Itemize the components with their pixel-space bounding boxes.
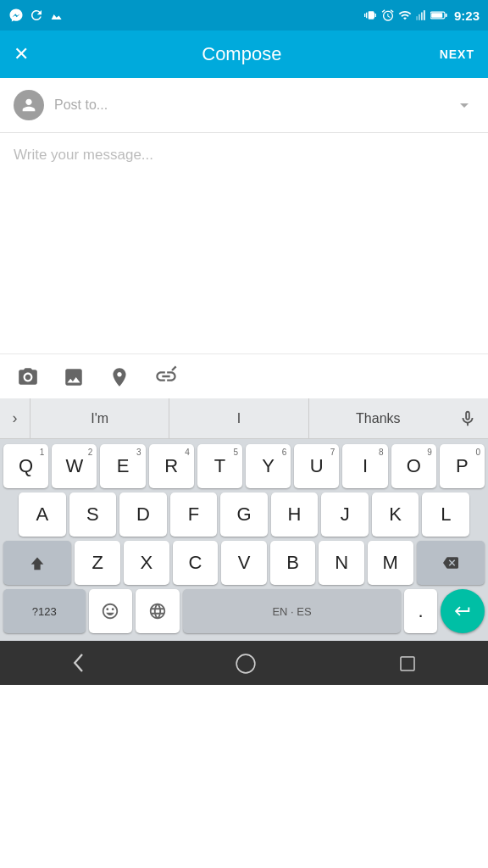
- wifi-icon: [398, 8, 412, 22]
- svg-line-7: [172, 367, 176, 371]
- chart-icon: [49, 8, 64, 23]
- home-button[interactable]: [235, 652, 257, 675]
- keyboard-row-3: Z X C V B N M: [3, 541, 485, 585]
- key-e[interactable]: 3E: [100, 444, 145, 488]
- message-placeholder: Write your message...: [14, 147, 153, 163]
- post-to-placeholder: Post to...: [54, 97, 454, 113]
- key-c[interactable]: C: [173, 541, 219, 585]
- signal-icon: [415, 8, 427, 22]
- key-u[interactable]: 7U: [294, 444, 339, 488]
- key-o[interactable]: 9O: [391, 444, 436, 488]
- key-l[interactable]: L: [422, 492, 469, 537]
- avatar: [14, 90, 44, 120]
- key-r[interactable]: 4R: [149, 444, 194, 488]
- key-w[interactable]: 2W: [52, 444, 97, 488]
- svg-rect-1: [419, 14, 420, 20]
- key-g[interactable]: G: [220, 492, 268, 537]
- svg-rect-3: [424, 10, 425, 20]
- shift-key[interactable]: [3, 541, 71, 585]
- battery-icon: [430, 10, 447, 20]
- key-z[interactable]: Z: [75, 541, 120, 585]
- image-icon[interactable]: [63, 365, 85, 388]
- attachment-bar: [0, 353, 488, 398]
- svg-rect-2: [421, 13, 423, 20]
- suggestions-expand-button[interactable]: ›: [0, 398, 30, 439]
- keyboard: 1Q 2W 3E 4R 5T 6Y 7U 8I 9O 0P A S D F G …: [0, 439, 488, 641]
- status-icons-left: [8, 8, 64, 23]
- key-q[interactable]: 1Q: [3, 444, 48, 488]
- mic-button[interactable]: [447, 398, 488, 439]
- location-icon[interactable]: [108, 365, 130, 388]
- key-v[interactable]: V: [221, 541, 267, 585]
- key-a[interactable]: A: [19, 492, 66, 537]
- alarm-icon: [381, 8, 395, 22]
- key-j[interactable]: J: [321, 492, 369, 537]
- key-h[interactable]: H: [271, 492, 319, 537]
- vibrate-icon: [364, 8, 378, 22]
- app-bar: ✕ Compose NEXT: [0, 31, 488, 78]
- suggestion-i[interactable]: I: [169, 398, 308, 439]
- recent-apps-button[interactable]: [397, 652, 418, 674]
- key-b[interactable]: B: [270, 541, 316, 585]
- key-d[interactable]: D: [119, 492, 167, 537]
- key-x[interactable]: X: [124, 541, 169, 585]
- next-button[interactable]: NEXT: [440, 47, 474, 61]
- suggestion-im[interactable]: I'm: [30, 398, 169, 439]
- status-bar: 9:23: [0, 0, 488, 31]
- svg-rect-9: [401, 657, 414, 670]
- key-t[interactable]: 5T: [197, 444, 242, 488]
- space-key[interactable]: EN · ES: [183, 589, 402, 633]
- camera-icon[interactable]: [17, 365, 39, 388]
- key-i[interactable]: 8I: [342, 444, 387, 488]
- svg-rect-5: [431, 13, 442, 17]
- key-s[interactable]: S: [69, 492, 117, 537]
- svg-point-8: [236, 654, 255, 673]
- svg-rect-6: [446, 14, 447, 17]
- period-key[interactable]: .: [404, 589, 437, 633]
- key-p[interactable]: 0P: [440, 444, 485, 488]
- key-y[interactable]: 6Y: [246, 444, 291, 488]
- status-time: 9:23: [454, 8, 480, 23]
- link-icon[interactable]: [154, 364, 178, 388]
- messenger-icon: [8, 8, 24, 23]
- suggestion-row: › I'm I Thanks: [0, 398, 488, 439]
- enter-key[interactable]: [441, 589, 485, 633]
- keyboard-row-2: A S D F G H J K L: [3, 492, 485, 537]
- back-button[interactable]: [70, 651, 94, 675]
- suggestion-thanks[interactable]: Thanks: [309, 398, 447, 439]
- key-m[interactable]: M: [368, 541, 413, 585]
- globe-key[interactable]: [136, 589, 180, 633]
- key-n[interactable]: N: [319, 541, 364, 585]
- svg-rect-0: [416, 16, 418, 20]
- refresh-icon: [29, 8, 44, 23]
- status-icons-right: 9:23: [364, 8, 480, 23]
- backspace-key[interactable]: [417, 541, 485, 585]
- close-button[interactable]: ✕: [14, 43, 44, 65]
- post-to-row[interactable]: Post to...: [0, 78, 488, 133]
- symbols-key[interactable]: ?123: [3, 589, 86, 633]
- key-k[interactable]: K: [372, 492, 419, 537]
- suggestions-list: I'm I Thanks: [30, 398, 447, 439]
- emoji-key[interactable]: [89, 589, 133, 633]
- app-bar-title: Compose: [44, 43, 440, 65]
- key-f[interactable]: F: [170, 492, 218, 537]
- keyboard-row-4: ?123 EN · ES .: [3, 589, 485, 633]
- message-area[interactable]: Write your message...: [0, 133, 488, 353]
- keyboard-row-1: 1Q 2W 3E 4R 5T 6Y 7U 8I 9O 0P: [3, 444, 485, 488]
- chevron-down-icon[interactable]: [454, 95, 474, 116]
- bottom-nav: [0, 641, 488, 685]
